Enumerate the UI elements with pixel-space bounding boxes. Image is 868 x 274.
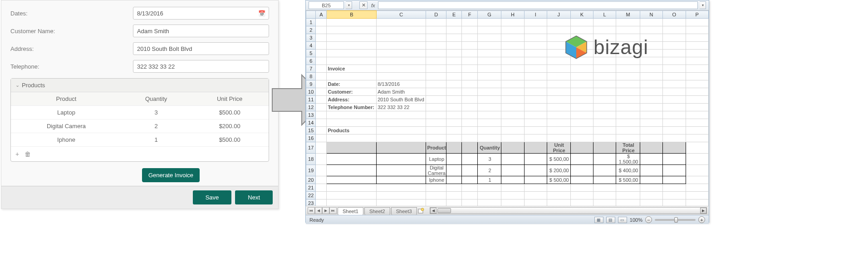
cell-G5[interactable] <box>477 50 501 57</box>
cell-J13[interactable] <box>547 111 570 119</box>
cell-P8[interactable] <box>686 73 708 80</box>
cell-N20[interactable] <box>640 176 662 184</box>
col-header-H[interactable]: H <box>501 11 524 19</box>
cell-N16[interactable] <box>640 135 662 142</box>
cell-D12[interactable] <box>426 104 446 111</box>
cell-K11[interactable] <box>570 96 593 104</box>
cell-C13[interactable] <box>377 111 426 119</box>
cell-H20[interactable] <box>501 176 524 184</box>
cell-A12[interactable] <box>316 104 327 111</box>
cell-A17[interactable] <box>316 142 327 154</box>
cell-A15[interactable] <box>316 127 327 135</box>
cell-K17[interactable] <box>570 142 593 154</box>
cell-P6[interactable] <box>686 57 708 65</box>
cell-E19[interactable] <box>446 165 462 176</box>
cell-M11[interactable] <box>616 96 640 104</box>
telephone-input[interactable] <box>133 60 269 73</box>
row-header-6[interactable]: 6 <box>306 57 316 65</box>
cell-E16[interactable] <box>446 135 462 142</box>
col-header-D[interactable]: D <box>426 11 446 19</box>
cell-F21[interactable] <box>462 184 477 192</box>
cell-J11[interactable] <box>547 96 570 104</box>
cell-B23[interactable] <box>327 199 377 206</box>
row-header-20[interactable]: 20 <box>306 176 316 184</box>
cell-C10[interactable]: Adam Smith <box>377 88 426 96</box>
cell-N22[interactable] <box>640 192 662 199</box>
cell-N8[interactable] <box>640 73 662 80</box>
cell-E3[interactable] <box>446 34 462 42</box>
cell-C2[interactable] <box>377 26 426 34</box>
cell-F4[interactable] <box>462 42 477 50</box>
cell-O22[interactable] <box>663 192 686 199</box>
cell-G10[interactable] <box>477 88 501 96</box>
cell-C1[interactable] <box>377 19 426 26</box>
cell-L14[interactable] <box>593 119 616 127</box>
cell-N19[interactable] <box>640 165 662 176</box>
col-header-A[interactable]: A <box>316 11 327 19</box>
cell-N10[interactable] <box>640 88 662 96</box>
cell-O23[interactable] <box>663 199 686 206</box>
cell-L17[interactable] <box>593 142 616 154</box>
name-box-dropdown[interactable]: ▾ <box>346 1 352 9</box>
cell-O5[interactable] <box>663 50 686 57</box>
calendar-icon[interactable]: 📅 <box>258 10 265 17</box>
cell-B20[interactable] <box>327 176 377 184</box>
view-normal-icon[interactable]: ▦ <box>594 217 603 223</box>
cell-D19[interactable]: Digital Camera <box>426 165 446 176</box>
row-header-2[interactable]: 2 <box>306 26 316 34</box>
cell-O8[interactable] <box>663 73 686 80</box>
cell-D1[interactable] <box>426 19 446 26</box>
table-row[interactable]: Iphone 1 $500.00 <box>11 133 269 147</box>
cell-E17[interactable] <box>446 142 462 154</box>
col-header-K[interactable]: K <box>570 11 593 19</box>
formula-input[interactable] <box>378 1 698 9</box>
expand-formula-icon[interactable]: ▾ <box>700 1 706 9</box>
cell-P15[interactable] <box>686 127 708 135</box>
cell-K20[interactable] <box>570 176 593 184</box>
cell-A14[interactable] <box>316 119 327 127</box>
cell-K6[interactable] <box>570 57 593 65</box>
cell-H17[interactable] <box>501 142 524 154</box>
cell-P23[interactable] <box>686 199 708 206</box>
scroll-left-arrow[interactable]: ◀ <box>430 208 436 214</box>
cell-N3[interactable] <box>640 34 662 42</box>
cell-A5[interactable] <box>316 50 327 57</box>
cell-P19[interactable] <box>686 165 708 176</box>
sheet-tab-3[interactable]: Sheet3 <box>391 207 417 215</box>
cell-D14[interactable] <box>426 119 446 127</box>
col-header-O[interactable]: O <box>663 11 686 19</box>
cell-J1[interactable] <box>547 19 570 26</box>
cell-F19[interactable] <box>462 165 477 176</box>
cell-B4[interactable] <box>327 42 377 50</box>
cell-A2[interactable] <box>316 26 327 34</box>
tab-nav-last[interactable]: ⏭ <box>329 207 337 214</box>
cell-J10[interactable] <box>547 88 570 96</box>
cell-H18[interactable] <box>501 154 524 165</box>
cell-G7[interactable] <box>477 65 501 73</box>
cell-J9[interactable] <box>547 80 570 88</box>
cell-K19[interactable] <box>570 165 593 176</box>
cell-K21[interactable] <box>570 184 593 192</box>
cell-D23[interactable] <box>426 199 446 206</box>
cell-E18[interactable] <box>446 154 462 165</box>
cell-H7[interactable] <box>501 65 524 73</box>
cell-C20[interactable] <box>377 176 426 184</box>
cell-I12[interactable] <box>524 104 547 111</box>
cell-M13[interactable] <box>616 111 640 119</box>
cell-H19[interactable] <box>501 165 524 176</box>
cell-E11[interactable] <box>446 96 462 104</box>
cell-H3[interactable] <box>501 34 524 42</box>
cell-I5[interactable] <box>524 50 547 57</box>
cell-H8[interactable] <box>501 73 524 80</box>
cell-J21[interactable] <box>547 184 570 192</box>
cell-B16[interactable] <box>327 135 377 142</box>
cell-M5[interactable] <box>616 50 640 57</box>
cell-J19[interactable]: $ 200,00 <box>547 165 570 176</box>
cell-O19[interactable] <box>663 165 686 176</box>
cell-L21[interactable] <box>593 184 616 192</box>
cell-F9[interactable] <box>462 80 477 88</box>
cell-N18[interactable] <box>640 154 662 165</box>
cell-C22[interactable] <box>377 192 426 199</box>
cell-O9[interactable] <box>663 80 686 88</box>
row-header-11[interactable]: 11 <box>306 96 316 104</box>
